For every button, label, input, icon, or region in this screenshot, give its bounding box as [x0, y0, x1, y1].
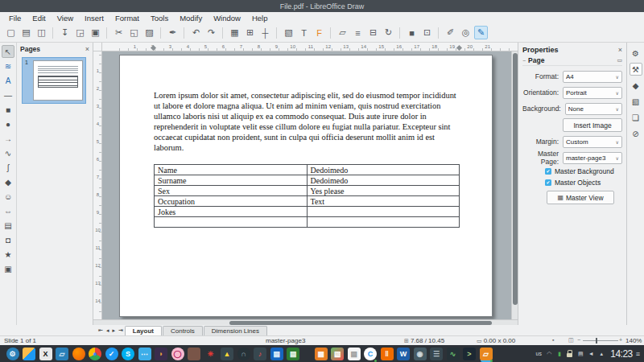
stars-tool[interactable]: ★ [2, 248, 14, 261]
navigator-tab[interactable]: ⊘ [630, 127, 642, 140]
table-cell[interactable]: Surname [155, 175, 308, 186]
zoom-in-icon[interactable]: + [619, 337, 622, 343]
helplines-icon[interactable]: ┼ [258, 26, 272, 39]
redo-icon[interactable]: ↷ [204, 26, 218, 39]
tab-dimension-lines[interactable]: Dimension Lines [204, 326, 267, 335]
warning-app-icon[interactable]: ▲ [221, 348, 233, 360]
background-select[interactable]: None ∨ [565, 103, 622, 115]
3d-objects-tool[interactable]: ▣ [2, 262, 14, 275]
section-menu-icon[interactable]: ▭ [617, 57, 622, 64]
master-page-select[interactable]: master-page3 ∨ [563, 152, 622, 164]
table-cell[interactable]: Jokes [155, 207, 308, 217]
menu-item[interactable]: Window [208, 14, 246, 23]
transformations-icon[interactable]: ▱ [336, 26, 349, 39]
menu-item[interactable]: Modify [174, 14, 208, 23]
vertical-scrollbar-thumb[interactable] [513, 53, 518, 305]
app-launcher-icon[interactable]: ⚙ [6, 348, 19, 360]
battery-icon[interactable]: ▮ [556, 351, 563, 357]
media-app-icon[interactable]: ◗ [155, 348, 167, 360]
table-cell[interactable]: Sex [155, 186, 308, 196]
vertical-ruler[interactable]: 1234567891011121314 [93, 51, 102, 319]
rectangle-tool[interactable]: ■ [2, 103, 14, 116]
wifi-icon[interactable]: ◠ [546, 351, 552, 357]
sync-check-icon[interactable]: ✓ [105, 348, 118, 360]
file-manager-icon[interactable]: ▱ [56, 348, 68, 360]
zoom-fit-icon[interactable]: ◫ [568, 337, 574, 343]
table-cell[interactable]: Name [155, 165, 308, 175]
zoom-out-icon[interactable]: − [577, 337, 580, 343]
shapes-tab[interactable]: ◆ [630, 79, 642, 92]
headphones-app-icon[interactable]: ∩ [237, 348, 250, 360]
zoom-level[interactable]: 140% [625, 337, 642, 344]
block-arrows-tool[interactable]: ⇔ [2, 204, 14, 217]
table-cell[interactable]: Yes please [307, 186, 460, 196]
table-cell[interactable]: Dedoimedo [307, 165, 460, 175]
horizontal-scrollbar-thumb[interactable] [229, 321, 493, 325]
hamburger-menu-icon[interactable]: ≡ [636, 350, 640, 358]
shadow-icon[interactable]: ■ [405, 26, 419, 39]
print-icon[interactable]: ▣ [89, 26, 102, 39]
red-star-app-icon[interactable]: ✳ [204, 348, 217, 360]
glue-points-icon[interactable]: ◎ [459, 26, 473, 39]
zoom-slider[interactable] [583, 340, 618, 341]
paint-app-icon[interactable]: C [364, 348, 377, 360]
open-icon[interactable]: ▤ [19, 26, 33, 39]
document-page[interactable]: Lorem ipsum dolor sit amet, consectetur … [119, 55, 493, 317]
undo-icon[interactable]: ↶ [189, 26, 203, 39]
table-cell[interactable]: Dedoimedo [307, 175, 460, 186]
menu-item[interactable]: Help [246, 14, 274, 23]
symbol-shapes-tool[interactable]: ☺ [2, 190, 14, 203]
new-document-icon[interactable]: ▢ [4, 26, 18, 39]
rotate-icon[interactable]: ↻ [382, 26, 395, 39]
close-icon[interactable]: × [618, 46, 622, 54]
cut-icon[interactable]: ✂ [112, 26, 126, 39]
clipboard-icon[interactable]: ▤ [577, 351, 584, 357]
document-paragraph[interactable]: Lorem ipsum dolor sit amet, consectetur … [154, 90, 458, 153]
tab-controls[interactable]: Controls [163, 326, 203, 335]
connector-tool[interactable]: ʃ [2, 161, 14, 174]
clock[interactable]: 14:23 [610, 348, 633, 360]
vertical-scrollbar[interactable] [511, 51, 518, 319]
wine-app-icon[interactable] [188, 348, 200, 360]
close-icon[interactable]: × [85, 45, 89, 53]
desktop-pager-icon[interactable] [23, 348, 35, 360]
copy-icon[interactable]: ◱ [127, 26, 141, 39]
save-icon[interactable]: ◫ [35, 26, 48, 39]
clone-formatting-icon[interactable]: ✒ [166, 26, 180, 39]
menu-item[interactable]: Edit [27, 14, 51, 23]
expand-tray-icon[interactable]: ▴ [598, 351, 605, 357]
table-cell[interactable]: Occupation [155, 196, 308, 207]
insert-image-button[interactable]: Insert Image [563, 118, 622, 132]
tab-layout[interactable]: Layout [125, 326, 162, 335]
sidebar-settings-icon[interactable]: ⚙ [630, 47, 642, 60]
firefox-icon[interactable] [72, 348, 85, 360]
image-viewer-icon[interactable]: ▧ [331, 348, 344, 360]
paste-icon[interactable]: ▨ [142, 26, 156, 39]
crop-icon[interactable]: ⊡ [420, 26, 434, 39]
table-cell[interactable] [155, 217, 308, 228]
last-page-nav[interactable]: ⇥ [117, 326, 125, 335]
next-page-nav[interactable]: ▸ [110, 326, 117, 335]
skype-icon[interactable]: S [122, 348, 134, 360]
menu-item[interactable]: View [52, 14, 79, 23]
libreoffice-draw-icon[interactable]: ▱ [480, 348, 493, 360]
terminal-icon[interactable]: > [463, 348, 476, 360]
system-monitor-icon[interactable]: ∿ [447, 348, 460, 360]
styles-tab[interactable]: ❏ [630, 111, 642, 124]
prev-page-nav[interactable]: ◂ [105, 326, 111, 335]
fill-color-tool[interactable]: A [2, 74, 14, 87]
master-objects-checkbox[interactable]: ✔ [545, 179, 551, 186]
titlebar[interactable]: File.pdf - LibreOffice Draw [0, 0, 644, 12]
show-draw-functions-icon[interactable]: ✎ [474, 26, 488, 39]
line-tool[interactable]: — [2, 88, 14, 101]
lock-icon[interactable] [567, 350, 573, 357]
margin-select[interactable]: Custom ∨ [563, 136, 622, 148]
x-editor-icon[interactable]: X [39, 348, 52, 360]
display-grid-icon[interactable]: ▦ [228, 26, 242, 39]
green-doc-app-icon[interactable]: ▤ [287, 348, 299, 360]
export-icon[interactable]: ↧ [58, 26, 72, 39]
table-cell[interactable] [307, 207, 460, 217]
donut-app-icon[interactable]: ◯ [171, 348, 184, 360]
library-app-icon[interactable]: ‖ [381, 348, 394, 360]
basic-shapes-tool[interactable]: ◆ [2, 175, 14, 188]
